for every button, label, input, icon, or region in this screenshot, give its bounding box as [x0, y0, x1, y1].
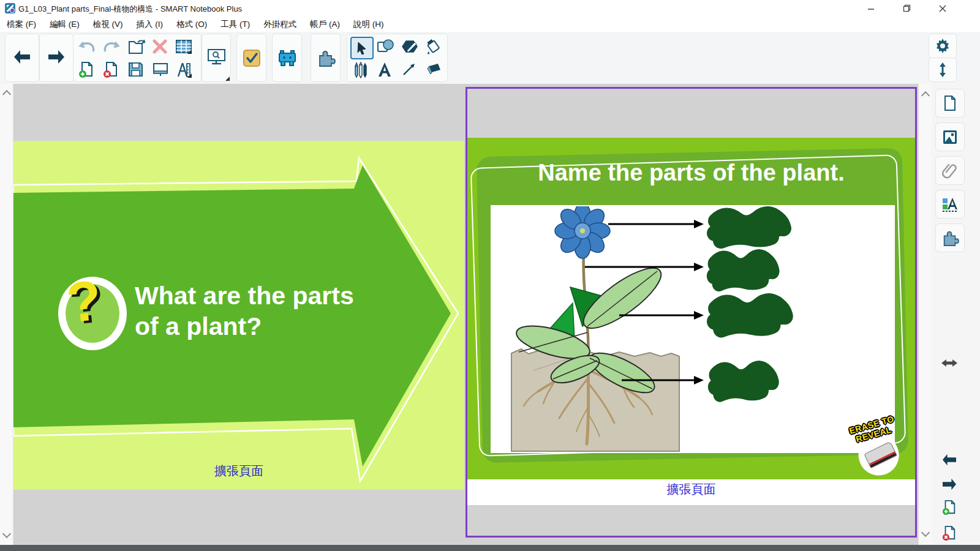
save-icon: [127, 61, 144, 78]
close-icon: [939, 5, 946, 12]
app-logo-icon: [5, 3, 15, 13]
save-button[interactable]: [127, 61, 144, 78]
menu-tools[interactable]: 工具 (T): [214, 19, 257, 30]
restore-button[interactable]: [892, 0, 921, 17]
move-panel-button[interactable]: [935, 352, 963, 374]
scroll-down-arrow-left[interactable]: [2, 530, 11, 538]
menu-format[interactable]: 格式 (O): [170, 19, 214, 30]
erase-to-reveal-badge[interactable]: ERASE TO REVEAL: [840, 413, 913, 479]
open-file-button[interactable]: [127, 39, 146, 55]
minimize-icon: [867, 5, 875, 12]
screen-capture-button[interactable]: [202, 34, 231, 82]
measurement-tools-button[interactable]: [175, 61, 192, 78]
eraser-tool-button[interactable]: [424, 61, 442, 77]
right-page-selected[interactable]: Name the parts of the plant.: [466, 87, 917, 538]
right-vertical-scrollbar[interactable]: [918, 84, 932, 545]
addons-button[interactable]: [311, 34, 341, 82]
menu-edit[interactable]: 編輯 (E): [43, 19, 86, 30]
scroll-up-arrow-left[interactable]: [2, 90, 11, 99]
left-page-canvas[interactable]: ? What are the parts of a plant? 擴張頁面: [13, 141, 464, 490]
add-page-icon: [78, 61, 94, 78]
sidebar-delete-page-button[interactable]: [935, 522, 963, 544]
scribble-leaf-label: [715, 302, 785, 329]
addons-tab[interactable]: [935, 223, 965, 252]
gear-icon: [935, 38, 951, 54]
scroll-up-arrow-right[interactable]: [921, 91, 930, 100]
toolbar-move-button[interactable]: [929, 58, 957, 82]
sidebar-previous-page-button[interactable]: [935, 449, 963, 471]
sidebar-next-icon: [941, 478, 958, 491]
add-page-button[interactable]: [78, 61, 94, 78]
menu-bar: 檔案 (F) 編輯 (E) 檢視 (V) 插入 (I) 格式 (O) 工具 (T…: [0, 17, 980, 32]
menu-view[interactable]: 檢視 (V): [86, 19, 130, 30]
right-page-canvas[interactable]: Name the parts of the plant.: [467, 138, 915, 479]
menu-file[interactable]: 檔案 (F): [0, 19, 43, 30]
label-arrows-and-scribbles[interactable]: [491, 205, 895, 453]
shapes-tool-button[interactable]: [377, 39, 394, 54]
table-button[interactable]: [175, 39, 192, 54]
delete-button[interactable]: [152, 39, 168, 54]
delete-x-icon: [152, 39, 168, 54]
attachments-tab[interactable]: [935, 156, 965, 185]
undo-button[interactable]: [78, 39, 96, 54]
select-tool-button[interactable]: [350, 37, 374, 59]
sidebar-prev-icon: [941, 453, 958, 467]
scribble-root-label: [715, 369, 772, 394]
sidebar-puzzle-icon: [941, 229, 959, 247]
pens-tool-button[interactable]: [352, 61, 368, 78]
table-dropdown-indicator[interactable]: [187, 50, 192, 54]
restore-icon: [903, 4, 911, 12]
delete-page-button[interactable]: [103, 61, 119, 78]
sidebar-delete-page-icon: [942, 525, 957, 541]
delete-page-icon: [103, 61, 119, 78]
page-sorter-tab[interactable]: [935, 89, 965, 118]
right-page-title: Name the parts of the plant.: [467, 160, 915, 186]
gallery-tab[interactable]: [935, 122, 965, 151]
select-cursor-icon: [355, 41, 369, 56]
right-page-footer-band: 擴張頁面: [467, 479, 915, 505]
scroll-down-arrow-right[interactable]: [921, 528, 930, 537]
screen-shade-icon: [152, 61, 169, 77]
text-tool-button[interactable]: [377, 61, 393, 77]
fill-ink-icon: [424, 39, 442, 54]
properties-tab[interactable]: [935, 190, 965, 219]
sidebar-next-page-button[interactable]: [935, 473, 963, 495]
menu-help[interactable]: 說明 (H): [347, 19, 391, 30]
plant-diagram-area: [491, 205, 895, 453]
left-vertical-scrollbar[interactable]: [0, 84, 13, 545]
close-button[interactable]: [929, 0, 957, 17]
line-arrow-icon: [401, 61, 417, 77]
toolbar-settings-button[interactable]: [929, 34, 957, 58]
assessment-button[interactable]: [236, 34, 266, 82]
menu-insert[interactable]: 插入 (I): [130, 19, 170, 30]
redo-button[interactable]: [103, 39, 120, 54]
activity-builder-button[interactable]: [272, 34, 302, 82]
shapes-icon: [377, 39, 394, 54]
question-mark-glyph: ?: [64, 268, 105, 335]
menu-addons[interactable]: 外掛程式: [257, 19, 303, 30]
gallery-image-icon: [942, 129, 958, 145]
minimize-button[interactable]: [857, 0, 885, 17]
extend-page-link-left[interactable]: 擴張頁面: [13, 463, 464, 479]
sidebar-add-page-icon: [942, 500, 957, 515]
menu-account[interactable]: 帳戶 (A): [303, 19, 347, 30]
addons-puzzle-icon: [316, 48, 336, 68]
measurement-dropdown-indicator[interactable]: [187, 73, 192, 78]
redo-icon: [103, 39, 120, 54]
polygon-icon: [401, 39, 418, 54]
next-page-button[interactable]: [39, 34, 74, 82]
capture-dropdown-indicator[interactable]: [225, 77, 230, 81]
fill-tool-button[interactable]: [424, 39, 442, 54]
extend-page-link-right[interactable]: 擴張頁面: [467, 481, 915, 498]
scribble-stem-label: [714, 257, 772, 283]
sidebar-add-page-button[interactable]: [935, 497, 963, 519]
screen-shade-button[interactable]: [152, 61, 169, 77]
activity-monster-icon: [277, 49, 297, 67]
line-tool-button[interactable]: [401, 61, 417, 77]
polygon-tool-button[interactable]: [401, 39, 418, 54]
horizontal-scrollbar[interactable]: [0, 545, 980, 551]
open-file-icon: [127, 39, 146, 55]
previous-page-button[interactable]: [5, 34, 39, 82]
file-edit-group: [73, 34, 202, 82]
page-sorter-icon: [942, 95, 958, 112]
